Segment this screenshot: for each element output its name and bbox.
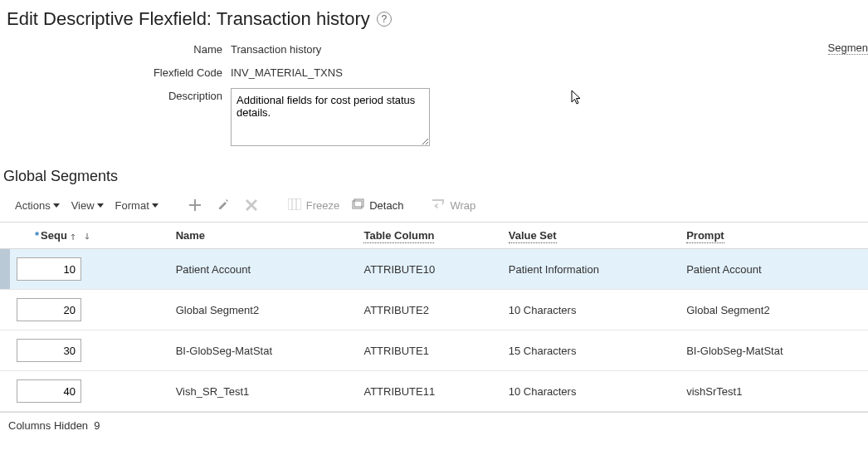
format-menu[interactable]: Format	[115, 199, 158, 212]
cell-sequence	[10, 290, 169, 330]
col-table-column[interactable]: Table Column	[357, 223, 501, 249]
cell-value-set: Patient Information	[502, 249, 680, 290]
sequence-input[interactable]	[17, 257, 81, 281]
cell-value-set: 15 Characters	[502, 330, 680, 371]
table-toolbar: Actions View Format Freeze Detach Wrap	[0, 193, 868, 223]
table-row[interactable]: BI-GlobSeg-MatStatATTRIBUTE115 Character…	[0, 330, 868, 371]
flexfield-code-label: Flexfield Code	[7, 65, 231, 81]
page-title-text: Edit Descriptive Flexfield: Transaction …	[7, 8, 370, 30]
table-row[interactable]: Global Segment2ATTRIBUTE210 CharactersGl…	[0, 290, 868, 330]
table-row[interactable]: Patient AccountATTRIBUTE10Patient Inform…	[0, 249, 868, 290]
wrap-label: Wrap	[450, 199, 475, 212]
wrap-icon	[432, 198, 445, 213]
detach-icon	[351, 198, 364, 213]
row-handle[interactable]	[0, 249, 10, 290]
detach-button[interactable]: Detach	[351, 198, 403, 213]
edit-button[interactable]	[215, 197, 232, 213]
sequence-input[interactable]	[17, 379, 81, 403]
view-menu-label: View	[71, 199, 95, 212]
detach-label: Detach	[369, 199, 403, 212]
cell-prompt: vishSrTest1	[680, 371, 868, 412]
row-handle-header	[0, 223, 10, 249]
freeze-icon	[288, 198, 301, 213]
cell-value-set: 10 Characters	[502, 371, 680, 412]
view-menu[interactable]: View	[71, 199, 104, 212]
cell-name: Vish_SR_Test1	[169, 371, 358, 412]
sort-icons	[71, 232, 96, 242]
svg-rect-0	[288, 198, 301, 210]
freeze-label: Freeze	[306, 199, 339, 212]
col-prompt[interactable]: Prompt	[680, 223, 868, 249]
table-row[interactable]: Vish_SR_Test1ATTRIBUTE1110 Charactersvis…	[0, 371, 868, 412]
actions-menu[interactable]: Actions	[15, 199, 60, 212]
description-textarea[interactable]	[231, 88, 430, 146]
sequence-input[interactable]	[17, 339, 81, 362]
caret-down-icon	[97, 203, 104, 208]
cell-name: Global Segment2	[169, 290, 358, 330]
col-name[interactable]: Name	[169, 223, 358, 249]
columns-hidden-count: 9	[94, 419, 100, 432]
cell-value-set: 10 Characters	[502, 290, 680, 330]
segment-link[interactable]: Segmen	[828, 42, 868, 55]
col-value-set[interactable]: Value Set	[502, 223, 680, 249]
cell-table-column: ATTRIBUTE2	[357, 290, 501, 330]
caret-down-icon	[53, 203, 60, 208]
cell-prompt: Patient Account	[680, 249, 868, 290]
delete-button[interactable]	[243, 197, 260, 213]
cell-sequence	[10, 249, 169, 290]
help-icon[interactable]: ?	[377, 12, 392, 27]
wrap-button[interactable]: Wrap	[432, 198, 475, 213]
sequence-input[interactable]	[17, 298, 81, 321]
cell-sequence	[10, 330, 169, 371]
actions-menu-label: Actions	[15, 199, 51, 212]
col-sequence[interactable]: *Sequ	[10, 223, 169, 249]
cell-prompt: BI-GlobSeg-MatStat	[680, 330, 868, 371]
name-label: Name	[7, 42, 231, 58]
flexfield-code-value: INV_MATERIAL_TXNS	[231, 65, 343, 81]
plus-icon	[189, 199, 201, 211]
cell-name: BI-GlobSeg-MatStat	[169, 330, 358, 371]
row-handle[interactable]	[0, 290, 10, 330]
global-segments-heading: Global Segments	[3, 168, 868, 185]
x-icon	[246, 199, 257, 211]
cell-table-column: ATTRIBUTE11	[357, 371, 501, 412]
caret-down-icon	[152, 203, 158, 208]
name-value: Transaction history	[231, 42, 321, 58]
page-title: Edit Descriptive Flexfield: Transaction …	[7, 8, 868, 30]
cell-prompt: Global Segment2	[680, 290, 868, 330]
freeze-button[interactable]: Freeze	[288, 198, 339, 213]
cell-sequence	[10, 371, 169, 412]
cell-table-column: ATTRIBUTE1	[357, 330, 501, 371]
pencil-icon	[217, 199, 229, 211]
cell-table-column: ATTRIBUTE10	[357, 249, 501, 290]
format-menu-label: Format	[115, 199, 149, 212]
cell-name: Patient Account	[169, 249, 358, 290]
description-label: Description	[7, 88, 231, 105]
add-button[interactable]	[187, 197, 203, 213]
columns-hidden-footer: Columns Hidden 9	[0, 412, 868, 438]
columns-hidden-label: Columns Hidden	[8, 419, 88, 432]
required-star-icon: *	[35, 229, 39, 242]
row-handle[interactable]	[0, 330, 10, 371]
row-handle[interactable]	[0, 371, 10, 412]
segments-table: *Sequ Name Table Column Value Set Prompt…	[0, 223, 868, 412]
